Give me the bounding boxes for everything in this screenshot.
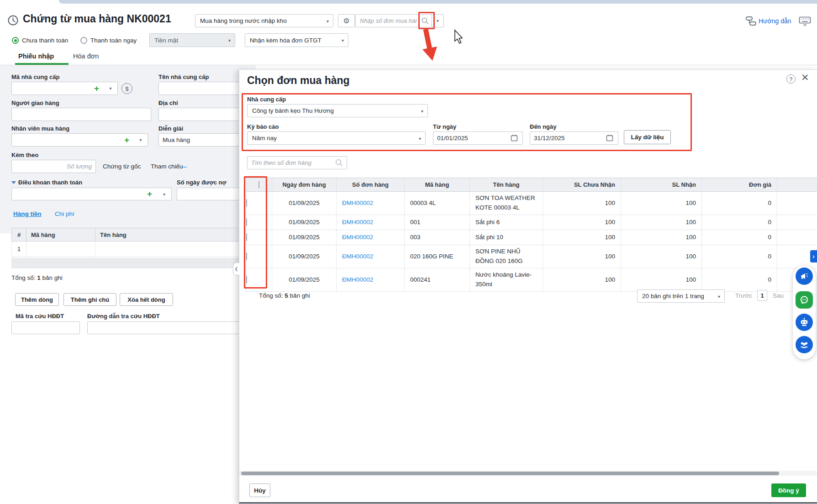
search-icon[interactable] — [335, 159, 343, 168]
next-page-button[interactable]: Sau — [773, 292, 784, 299]
modal-search-input[interactable] — [247, 156, 347, 169]
more-link[interactable]: ... — [182, 162, 187, 169]
plus-icon[interactable]: + — [147, 189, 152, 198]
item-name-cell: SƠN PINE NHŨ ĐỒNG 020 160G — [470, 245, 543, 268]
detail-tab-cost[interactable]: Chi phí — [55, 210, 74, 217]
tab-receipt[interactable]: Phiếu nhập — [18, 52, 54, 60]
order-no-link[interactable]: ĐMH00002 — [342, 276, 373, 283]
invoice-option-select[interactable]: Nhận kèm hóa đơn GTGT ▾ — [245, 33, 348, 47]
get-data-button[interactable]: Lấy dữ liệu — [624, 130, 671, 144]
chat-support-button[interactable] — [796, 291, 813, 309]
settings-button[interactable]: ⚙ — [338, 14, 355, 27]
payment-terms-caret-button[interactable]: ▾ — [157, 188, 172, 200]
chevron-down-icon: ▾ — [718, 294, 720, 299]
supplier-code-caret-button[interactable]: ▾ — [104, 82, 118, 95]
collapse-triangle-icon[interactable] — [11, 181, 16, 184]
robot-icon — [799, 317, 809, 327]
scrollbar-thumb[interactable] — [241, 472, 779, 475]
page-number-box[interactable]: 1 — [757, 290, 767, 301]
order-no-link[interactable]: ĐMH00002 — [342, 219, 373, 226]
detail-row-name-cell[interactable] — [95, 242, 256, 257]
history-clock-icon[interactable] — [7, 15, 19, 27]
group-icon — [799, 340, 809, 350]
chevron-down-icon: ▾ — [139, 137, 142, 142]
announcement-button[interactable] — [796, 268, 813, 285]
unit-price-cell: 0 — [702, 230, 777, 245]
select-all-checkbox[interactable] — [258, 181, 259, 189]
modal-period-select[interactable]: Năm nay ▾ — [247, 131, 426, 145]
detail-row-index: 1 — [12, 242, 26, 257]
col-cut: ​ — [777, 178, 817, 192]
detail-row-code-cell[interactable] — [26, 242, 95, 257]
row-checkbox[interactable] — [246, 233, 247, 241]
side-panel-chevron-tab[interactable]: › — [810, 250, 817, 262]
ok-button[interactable]: Đồng ý — [771, 483, 806, 497]
modal-supplier-select[interactable]: Công ty bánh kẹo Thu Hương ▾ — [247, 104, 428, 117]
plus-icon[interactable]: + — [94, 84, 99, 93]
radio-paynow[interactable] — [80, 37, 87, 44]
assistant-bot-button[interactable] — [796, 314, 813, 331]
panel-collapse-handle[interactable]: ❮ — [233, 262, 239, 275]
megaphone-icon — [800, 272, 809, 281]
calendar-icon[interactable] — [511, 134, 518, 143]
order-date-cell: 01/09/2025 — [272, 245, 337, 268]
col-qty-pending: SL Chưa Nhận — [543, 178, 621, 192]
item-name-cell: Sắt phi 10 — [470, 230, 543, 245]
prev-page-button[interactable]: Trước — [735, 292, 752, 299]
search-icon[interactable] — [419, 17, 432, 25]
order-search-caret-button[interactable]: ▾ — [432, 15, 443, 27]
plus-icon[interactable]: + — [124, 136, 129, 144]
row-checkbox[interactable] — [246, 218, 247, 226]
keyboard-icon[interactable] — [799, 16, 811, 28]
order-no-link[interactable]: ĐMH00002 — [342, 253, 373, 260]
horizontal-scrollbar[interactable] — [239, 471, 817, 476]
from-date-input[interactable] — [433, 131, 523, 145]
payment-terms-input[interactable] — [11, 188, 158, 200]
doc-type-select[interactable]: Mua hàng trong nước nhập kho ▾ — [195, 14, 333, 27]
guide-icon — [746, 16, 756, 27]
add-row-button[interactable]: Thêm dòng — [15, 293, 59, 306]
reference-link[interactable]: Tham chiếu — [151, 163, 183, 170]
detail-tab-amount[interactable]: Hàng tiền — [13, 210, 42, 217]
col-unit-price: Đơn giá — [702, 178, 777, 192]
guide-link[interactable]: Hướng dẫn — [759, 17, 791, 25]
to-date-input[interactable] — [530, 131, 618, 145]
buyer-caret-button[interactable]: ▾ — [134, 133, 148, 147]
delete-all-rows-button[interactable]: Xóa hết dòng — [120, 293, 173, 306]
dollar-icon[interactable]: $ — [121, 83, 132, 94]
community-button[interactable] — [796, 336, 813, 353]
close-icon[interactable]: ✕ — [801, 72, 809, 83]
attachment-input[interactable] — [11, 160, 96, 173]
supplier-code-input[interactable] — [11, 82, 104, 95]
lookup-code-input[interactable] — [11, 321, 80, 334]
help-icon[interactable]: ? — [786, 74, 796, 84]
cancel-button[interactable]: Hủy — [249, 483, 270, 497]
qty-pending-cell: 100 — [543, 245, 621, 268]
radio-unpaid[interactable] — [12, 37, 19, 44]
order-search-input[interactable] — [356, 15, 419, 27]
row-checkbox[interactable] — [246, 199, 247, 207]
original-doc-link[interactable]: Chứng từ gốc — [103, 163, 141, 170]
qty-received-cell: 100 — [621, 268, 702, 291]
order-row: 01/09/2025 ĐMH00002 00003 4L SƠN TOA WEA… — [246, 192, 817, 215]
qty-pending-cell: 100 — [543, 230, 621, 245]
unit-price-cell: 0 — [702, 245, 777, 268]
lookup-url-input[interactable] — [87, 321, 256, 334]
calendar-icon[interactable] — [606, 134, 613, 143]
payment-method-select[interactable]: Tiền mặt ▾ — [149, 33, 235, 47]
modal-period-label: Kỳ báo cáo — [247, 123, 279, 130]
add-note-button[interactable]: Thêm ghi chú — [63, 293, 116, 306]
browser-strip — [59, 0, 817, 4]
page-size-select[interactable]: 20 bản ghi trên 1 trang ▾ — [637, 289, 725, 303]
col-qty-received: SL Nhận — [621, 178, 702, 192]
buyer-input[interactable] — [11, 133, 134, 147]
row-checkbox[interactable] — [246, 252, 247, 260]
row-checkbox[interactable] — [246, 276, 247, 284]
order-no-link[interactable]: ĐMH00002 — [342, 234, 373, 241]
annotation-arrow-head — [422, 47, 437, 61]
detail-total-count: 1 — [37, 274, 41, 281]
tab-invoice[interactable]: Hóa đơn — [73, 52, 99, 60]
order-no-link[interactable]: ĐMH00002 — [342, 200, 373, 206]
deliverer-input[interactable] — [11, 108, 151, 121]
chevron-down-icon: ▾ — [419, 136, 421, 141]
